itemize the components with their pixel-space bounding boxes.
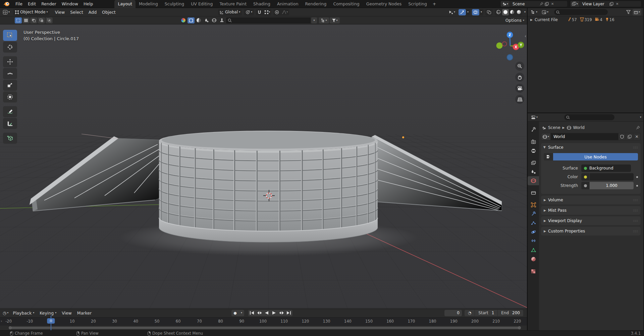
- visibility-dropdown[interactable]: ▾: [447, 9, 457, 15]
- tab-scripting[interactable]: Scripting: [405, 0, 430, 8]
- filter-world-toggle[interactable]: [211, 17, 218, 23]
- custom-properties-panel-header[interactable]: ▶ Custom Properties ∷∷: [541, 227, 641, 236]
- filter-material-toggle[interactable]: [180, 17, 187, 23]
- play-button[interactable]: [270, 310, 278, 316]
- blender-logo-icon[interactable]: [3, 1, 10, 7]
- scene-browse-button[interactable]: ▾: [501, 1, 510, 7]
- tab-modeling[interactable]: Modeling: [136, 0, 161, 8]
- gizmo-x-neg-axis[interactable]: [502, 42, 507, 47]
- viewport-canvas[interactable]: User Perspective (0) Collection | Circle…: [0, 24, 527, 309]
- view-menu[interactable]: View: [59, 311, 74, 316]
- filter-image-toggle[interactable]: [187, 17, 195, 23]
- panel-grip-icon[interactable]: ∷∷: [633, 229, 638, 233]
- select-mode-subtract[interactable]: [30, 17, 37, 23]
- surface-panel-header[interactable]: ▶ Surface ∷∷: [541, 143, 641, 152]
- play-reverse-button[interactable]: [263, 310, 270, 316]
- viewport-display-panel-header[interactable]: ▶ Viewport Display ∷∷: [541, 216, 641, 225]
- tab-render[interactable]: [528, 137, 539, 146]
- properties-options-chevron[interactable]: ▾: [640, 116, 641, 119]
- tab-view-layer[interactable]: [528, 158, 539, 167]
- animate-strength-dot[interactable]: [636, 185, 638, 187]
- tab-world[interactable]: [528, 176, 539, 185]
- tool-cursor[interactable]: [3, 42, 17, 53]
- filter-dropdown[interactable]: ▾: [330, 17, 340, 23]
- view-layer-browse-button[interactable]: ▾: [571, 1, 580, 7]
- shading-material-button[interactable]: [509, 9, 516, 15]
- keying-set-chevron[interactable]: ▾: [239, 310, 244, 316]
- filter-brush-toggle[interactable]: [218, 17, 225, 23]
- gizmo-z-axis[interactable]: Z: [507, 32, 513, 38]
- tab-geometry-nodes[interactable]: Geometry Nodes: [363, 0, 405, 8]
- new-world-button[interactable]: [626, 133, 633, 140]
- scene-name[interactable]: Scene: [510, 2, 539, 6]
- color-swatch-field[interactable]: [590, 173, 634, 181]
- strength-socket-button[interactable]: [581, 182, 589, 189]
- use-nodes-button[interactable]: Use Nodes: [553, 153, 638, 160]
- proportional-editing-toggle[interactable]: [273, 9, 280, 15]
- tab-texture[interactable]: [528, 267, 539, 276]
- pin-icon[interactable]: [540, 2, 543, 6]
- surface-shader-dropdown[interactable]: Background: [581, 164, 631, 172]
- pan-button[interactable]: [515, 73, 524, 82]
- volume-panel-header[interactable]: ▶ Volume ∷∷: [541, 196, 641, 204]
- tab-uv-editing[interactable]: UV Editing: [187, 0, 216, 8]
- tab-texture-paint[interactable]: Texture Paint: [216, 0, 250, 8]
- shading-wireframe-button[interactable]: [495, 9, 502, 15]
- sidebar-collapse-arrow[interactable]: ‹: [525, 34, 526, 39]
- select-mode-new[interactable]: [15, 17, 22, 23]
- tab-tool[interactable]: [528, 125, 539, 134]
- breadcrumb-world[interactable]: World: [573, 125, 585, 130]
- select-mode-intersect[interactable]: [46, 17, 53, 23]
- use-preview-range-toggle[interactable]: ◔: [465, 310, 475, 316]
- auto-keying-toggle[interactable]: ●: [231, 310, 239, 316]
- tab-physics[interactable]: [528, 227, 539, 237]
- outliner-filter-icon[interactable]: [626, 10, 631, 14]
- timeline-editor-type-button[interactable]: ◷ ▾: [1, 310, 10, 316]
- menu-help[interactable]: Help: [81, 1, 96, 7]
- unlink-world-button[interactable]: ✕: [633, 133, 641, 140]
- mist-pass-panel-header[interactable]: ▶ Mist Pass ∷∷: [541, 206, 641, 215]
- fake-user-button[interactable]: [619, 133, 626, 140]
- tab-animation[interactable]: Animation: [274, 0, 302, 8]
- new-collection-button[interactable]: ▾: [633, 9, 641, 15]
- prev-keyframe-button[interactable]: [256, 310, 263, 316]
- pin-icon[interactable]: [636, 126, 640, 130]
- timeline-ruler[interactable]: -20-100102030405060708090100110120130140…: [0, 317, 527, 326]
- tab-rendering[interactable]: Rendering: [302, 0, 330, 8]
- outliner-root-row[interactable]: ▶ Current File 57 319 4: [528, 16, 643, 23]
- scrollbar-right-knob[interactable]: [518, 326, 521, 329]
- gizmo-settings-button[interactable]: ▾: [466, 9, 470, 15]
- proportional-falloff-button[interactable]: ▾: [280, 9, 289, 15]
- tab-object-data[interactable]: [528, 246, 539, 255]
- show-overlays-toggle[interactable]: [472, 9, 479, 15]
- tab-sculpting[interactable]: Sculpting: [161, 0, 187, 8]
- tool-rotate[interactable]: [3, 68, 17, 79]
- tab-particles[interactable]: [528, 218, 539, 227]
- viewport-menu-add[interactable]: Add: [86, 10, 99, 15]
- xray-toggle[interactable]: [485, 9, 493, 15]
- breadcrumb-scene[interactable]: Scene: [548, 125, 560, 130]
- menu-window[interactable]: Window: [59, 1, 81, 7]
- shading-rendered-button[interactable]: [516, 9, 522, 15]
- view-layer-name[interactable]: View Layer: [580, 2, 608, 6]
- panel-grip-icon[interactable]: ∷∷: [633, 209, 638, 212]
- timeline-scrollbar[interactable]: [9, 327, 520, 329]
- strength-slider[interactable]: 1.000: [590, 182, 634, 189]
- current-frame-field[interactable]: 0: [444, 310, 462, 316]
- tool-measure[interactable]: [3, 118, 17, 129]
- filter-scene-toggle[interactable]: [203, 17, 210, 23]
- select-mode-invert[interactable]: [38, 17, 45, 23]
- tab-compositing[interactable]: Compositing: [330, 0, 363, 8]
- outliner-search-input[interactable]: [554, 9, 608, 15]
- search-options-chevron[interactable]: ▾: [311, 17, 317, 23]
- playhead-line[interactable]: [51, 316, 51, 331]
- tab-collection[interactable]: [528, 188, 539, 197]
- next-keyframe-button[interactable]: [278, 310, 285, 316]
- viewport-menu-select[interactable]: Select: [67, 10, 86, 15]
- shading-settings-chevron[interactable]: ▾: [524, 11, 526, 13]
- panel-grip-icon[interactable]: ∷∷: [633, 198, 638, 202]
- playback-menu[interactable]: Playback▾: [10, 311, 37, 316]
- object-origin-dot[interactable]: [402, 136, 404, 138]
- filter-shading-toggle[interactable]: [195, 17, 202, 23]
- menu-render[interactable]: Render: [39, 1, 59, 7]
